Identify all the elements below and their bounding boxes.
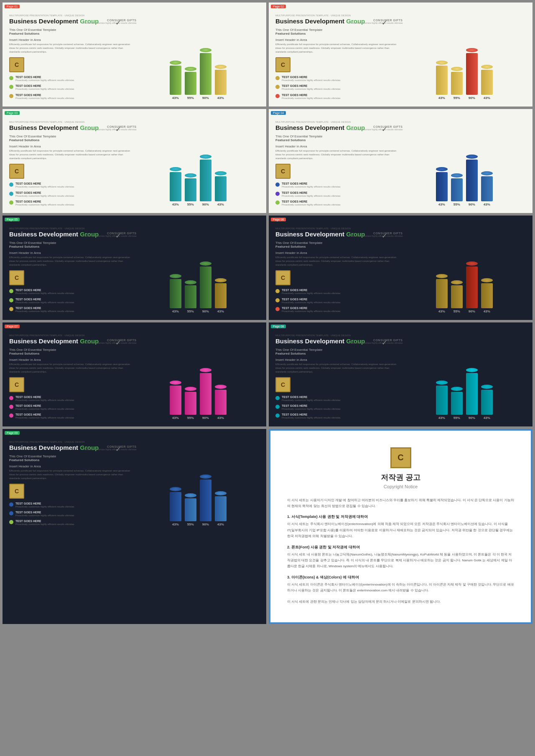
bar-label-3: 43% (217, 416, 224, 420)
checkmark: ✓ (115, 339, 121, 347)
body-text: Efficiently pontificate full responsive … (9, 149, 132, 160)
copyright-logo: C (287, 447, 514, 468)
chart-area: 43% 55% 90% 43% (170, 365, 227, 420)
slide-header-small: MULTIPURPOSE PRESENTATION TEMPLATE · UNI… (9, 334, 260, 337)
bullet-title-2: TEST GOES HERE (282, 307, 341, 310)
bar-label-1: 55% (187, 310, 194, 313)
bullet-desc-1: Proactively customize highly efficient r… (15, 407, 74, 411)
bullet-0: TEST GOES HERE Proactively customize hig… (9, 76, 132, 82)
bullet-desc-0: Proactively customize highly efficient r… (282, 79, 341, 82)
page-number: Page 07 (5, 325, 20, 328)
cylinder-3: 43% (215, 279, 227, 313)
insert-header: Insert Header in Area (9, 251, 132, 255)
slide-slide-06: Page 06 MULTIPURPOSE PRESENTATION TEMPLA… (269, 216, 532, 320)
bullet-1: TEST GOES HERE Proactively customize hig… (275, 191, 399, 198)
consumer-gifts: CONSUMER GIFTS Proactively customize hig… (349, 125, 403, 132)
bar-label-3: 43% (217, 523, 224, 526)
cylinder-0: 43% (170, 275, 181, 313)
body-text: Efficiently pontificate full responsive … (9, 256, 132, 267)
page-number: Page 06 (271, 218, 286, 221)
bar-label-2: 90% (202, 203, 209, 206)
checkmark: ✓ (382, 232, 387, 240)
cylinder-3: 43% (481, 279, 493, 313)
bar-label-3: 43% (217, 310, 224, 313)
checkmark: ✓ (382, 19, 387, 27)
bullet-0: TEST GOES HERE Proactively customize hig… (9, 182, 132, 188)
bullet-title-1: TEST GOES HERE (282, 84, 341, 87)
bar-label-2: 90% (202, 310, 209, 313)
bar-label-0: 43% (438, 310, 445, 313)
bullet-list: TEST GOES HERE Proactively customize hig… (9, 502, 132, 526)
slide-slide-03: Page 03 MULTIPURPOSE PRESENTATION TEMPLA… (3, 109, 266, 213)
cylinder-1: 55% (451, 281, 463, 313)
cylinder-1: 55% (185, 388, 196, 420)
bullet-0: TEST GOES HERE Proactively customize hig… (275, 182, 399, 188)
bar-label-1: 55% (187, 523, 194, 526)
cylinder-1: 55% (185, 281, 196, 313)
logo-box: C (9, 270, 24, 285)
body-text: Efficiently pontificate full responsive … (9, 43, 132, 54)
bullet-title-2: TEST GOES HERE (282, 200, 341, 203)
bullet-2: TEST GOES HERE Proactively customize hig… (275, 200, 399, 206)
slide-slide-02: Page 02 MULTIPURPOSE PRESENTATION TEMPLA… (269, 3, 532, 107)
slide-header-small: MULTIPURPOSE PRESENTATION TEMPLATE · UNI… (9, 227, 260, 230)
bullet-2: TEST GOES HERE Proactively customize hig… (275, 413, 399, 419)
bar-label-1: 55% (453, 96, 460, 100)
slide-slide-08: Page 08 MULTIPURPOSE PRESENTATION TEMPLA… (269, 322, 532, 426)
bullet-1: TEST GOES HERE Proactively customize hig… (9, 84, 132, 91)
featured-label: This One Of Essential TemplateFeatured S… (9, 348, 132, 355)
bullet-desc-2: Proactively customize highly efficient r… (282, 96, 341, 100)
cylinder-1: 55% (185, 68, 196, 100)
bar-label-2: 90% (469, 416, 475, 420)
bar-label-0: 43% (172, 203, 179, 206)
consumer-gifts: CONSUMER GIFTS Proactively customize hig… (349, 232, 403, 238)
bullet-2: TEST GOES HERE Proactively customize hig… (9, 94, 132, 100)
bar-label-3: 43% (484, 203, 490, 206)
featured-label: This One Of Essential TemplateFeatured S… (275, 241, 399, 249)
consumer-gifts: CONSUMER GIFTS Proactively customize hig… (83, 339, 137, 345)
copyright-slide: C 저작권 공고 Copyright Notice 이 서식 세트는 사용자가 … (269, 429, 532, 624)
bullet-2: TEST GOES HERE Proactively customize hig… (275, 307, 399, 313)
bullet-desc-2: Proactively customize highly efficient r… (282, 310, 341, 313)
bullet-title-0: TEST GOES HERE (282, 182, 341, 185)
cylinder-3: 43% (481, 386, 493, 420)
slide-header-small: MULTIPURPOSE PRESENTATION TEMPLATE · UNI… (275, 121, 526, 123)
bullet-title-2: TEST GOES HERE (15, 520, 74, 523)
cylinder-0: 43% (436, 61, 448, 100)
consumer-gifts: CONSUMER GIFTS Proactively customize hig… (83, 125, 137, 132)
insert-header: Insert Header in Area (9, 145, 132, 148)
bullet-desc-0: Proactively customize highly efficient r… (15, 505, 74, 508)
bullet-title-2: TEST GOES HERE (15, 307, 74, 310)
bar-label-3: 43% (484, 310, 490, 313)
consumer-gifts: CONSUMER GIFTS Proactively customize hig… (349, 339, 403, 345)
consumer-gifts: CONSUMER GIFTS Proactively customize hig… (83, 232, 137, 238)
bar-label-3: 43% (484, 96, 490, 100)
bar-label-3: 43% (484, 416, 490, 420)
cylinder-2: 90% (200, 155, 211, 206)
bullet-list: TEST GOES HERE Proactively customize hig… (275, 76, 399, 100)
bullet-0: TEST GOES HERE Proactively customize hig… (9, 502, 132, 508)
bullet-2: TEST GOES HERE Proactively customize hig… (275, 94, 399, 100)
bar-label-0: 43% (438, 203, 445, 206)
bullet-0: TEST GOES HERE Proactively customize hig… (275, 76, 399, 82)
body-text: Efficiently pontificate full responsive … (275, 43, 399, 54)
insert-header: Insert Header in Area (9, 358, 132, 362)
bullet-1: TEST GOES HERE Proactively customize hig… (9, 191, 132, 198)
copyright-intro: 이 서식 세트는 사용자가 디자인 개발 에 참여하고 여러분의 비즈니스와 우… (287, 497, 514, 510)
bullet-title-2: TEST GOES HERE (15, 413, 74, 416)
bullet-desc-2: Proactively customize highly efficient r… (15, 203, 74, 206)
bar-label-1: 55% (187, 203, 194, 206)
bullet-title-0: TEST GOES HERE (282, 289, 341, 292)
logo-box: C (275, 57, 290, 72)
bar-label-2: 90% (202, 523, 209, 526)
bullet-1: TEST GOES HERE Proactively customize hig… (9, 511, 132, 517)
bullet-title-0: TEST GOES HERE (15, 396, 74, 398)
bullet-title-1: TEST GOES HERE (15, 298, 74, 301)
logo-box: C (9, 484, 24, 499)
insert-header: Insert Header in Area (275, 38, 399, 42)
bullet-desc-0: Proactively customize highly efficient r… (15, 292, 74, 295)
bar-label-2: 90% (202, 416, 209, 420)
bullet-title-1: TEST GOES HERE (282, 191, 341, 194)
slide-slide-05: Page 05 MULTIPURPOSE PRESENTATION TEMPLA… (3, 216, 266, 320)
bullet-desc-1: Proactively customize highly efficient r… (282, 301, 341, 304)
